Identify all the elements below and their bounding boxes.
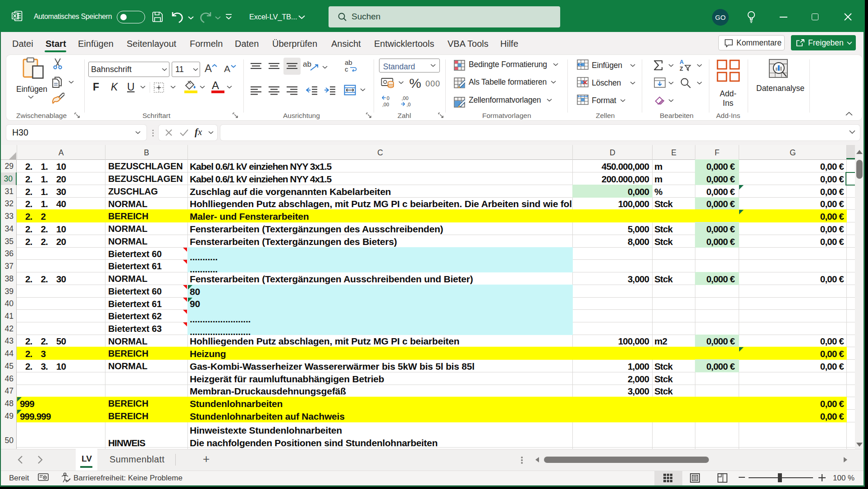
svg-text:0: 0	[387, 95, 389, 101]
svg-text:Z: Z	[680, 66, 683, 72]
svg-text:,00: ,00	[402, 95, 408, 101]
svg-text:A: A	[680, 59, 684, 65]
svg-text:,0: ,0	[407, 102, 411, 107]
svg-text:,00: ,00	[382, 102, 389, 107]
